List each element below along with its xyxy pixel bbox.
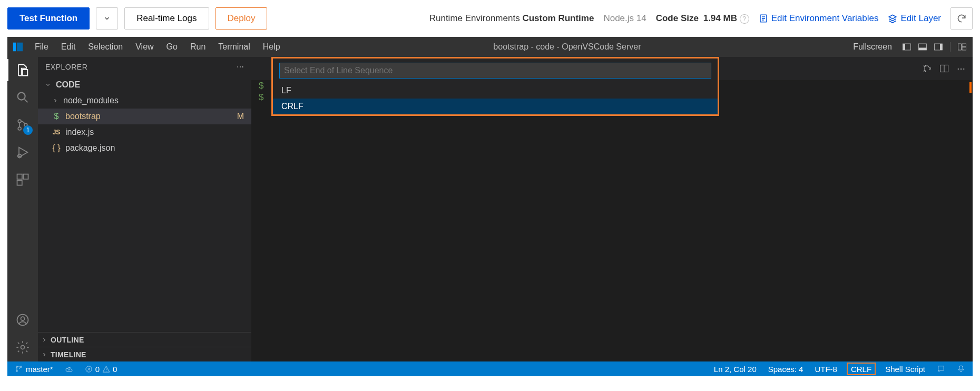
quick-input-eol: LF CRLF [271, 57, 719, 116]
status-language[interactable]: Shell Script [883, 361, 927, 376]
tree-root-label: CODE [56, 80, 80, 90]
outline-section[interactable]: OUTLINE [38, 332, 251, 347]
editor-area: ⋯ $ 1 #!/bin/bash $ 2 node /code/index.j… [251, 57, 973, 361]
runtime-env-value: Custom Runtime [522, 13, 594, 23]
svg-point-27 [16, 366, 18, 368]
eol-option-lf[interactable]: LF [273, 83, 718, 99]
tree-item-label: index.js [65, 128, 94, 137]
status-indent[interactable]: Spaces: 4 [766, 361, 806, 376]
chevron-down-icon [103, 15, 111, 22]
svg-point-23 [924, 65, 925, 66]
tree-file-index-js[interactable]: JS index.js [38, 124, 251, 140]
search-icon[interactable] [14, 89, 32, 106]
overview-ruler-marker [969, 82, 972, 93]
top-toolbar: Test Function Real-time Logs Deploy Runt… [0, 0, 980, 37]
tree-file-package-json[interactable]: { } package.json [38, 140, 251, 156]
note-icon [759, 14, 768, 23]
status-branch[interactable]: master* [13, 361, 55, 376]
menu-view[interactable]: View [129, 37, 160, 57]
scm-badge: 1 [23, 125, 33, 135]
svg-rect-18 [23, 174, 28, 179]
svg-point-24 [924, 70, 925, 72]
gutter-marker: $ [259, 92, 267, 103]
status-bar: master* 0 0 Ln 2, Col 20 Spaces: 4 UTF-8… [7, 361, 973, 376]
svg-point-28 [16, 370, 18, 372]
vscode-logo-icon [7, 37, 28, 57]
settings-gear-icon[interactable] [14, 338, 32, 356]
svg-point-14 [18, 127, 21, 130]
status-feedback-icon[interactable] [935, 361, 947, 376]
realtime-logs-button[interactable]: Real-time Logs [124, 7, 209, 30]
svg-point-22 [21, 346, 25, 349]
test-function-dropdown[interactable] [96, 7, 118, 30]
svg-point-13 [18, 120, 21, 123]
tree-root[interactable]: CODE [38, 77, 251, 93]
status-sync[interactable] [63, 361, 75, 376]
extensions-icon[interactable] [14, 171, 32, 189]
quick-input-field[interactable] [279, 63, 711, 79]
js-file-icon: JS [51, 129, 62, 136]
svg-rect-4 [903, 44, 906, 50]
tree-file-bootstrap[interactable]: $ bootstrap M [38, 109, 251, 124]
status-encoding[interactable]: UTF-8 [812, 361, 839, 376]
deploy-button[interactable]: Deploy [215, 7, 268, 30]
eol-option-crlf[interactable]: CRLF [273, 99, 718, 114]
cloud-sync-icon [65, 365, 73, 373]
json-file-icon: { } [51, 143, 62, 153]
editor-more-icon[interactable]: ⋯ [955, 62, 967, 75]
accounts-icon[interactable] [14, 311, 32, 329]
vscode-menubar: File Edit Selection View Go Run Terminal… [7, 37, 973, 57]
refresh-button[interactable] [950, 7, 973, 30]
chevron-down-icon [43, 82, 53, 88]
edit-layer-link[interactable]: Edit Layer [888, 13, 941, 24]
run-debug-icon[interactable] [14, 143, 32, 161]
menu-edit[interactable]: Edit [55, 37, 82, 57]
svg-point-21 [21, 317, 25, 320]
chevron-right-icon [41, 337, 47, 343]
menu-help[interactable]: Help [257, 37, 287, 57]
activity-bar: 1 [7, 57, 38, 361]
test-function-button[interactable]: Test Function [7, 7, 90, 30]
menu-file[interactable]: File [28, 37, 55, 57]
tree-item-label: node_modules [63, 96, 119, 105]
gutter-marker: $ [259, 81, 267, 91]
source-control-icon[interactable]: 1 [14, 116, 32, 134]
layout-sidebar-left-icon[interactable] [900, 41, 913, 53]
layout-panel-bottom-icon[interactable] [916, 41, 929, 53]
edit-env-vars-link[interactable]: Edit Environment Variables [759, 13, 879, 24]
status-cursor[interactable]: Ln 2, Col 20 [712, 361, 759, 376]
menu-go[interactable]: Go [160, 37, 184, 57]
svg-rect-10 [962, 44, 966, 46]
explorer-more-icon[interactable]: ⋯ [237, 63, 244, 71]
tree-folder-node-modules[interactable]: node_modules [38, 93, 251, 109]
runtime-env-label: Runtime Environments Custom Runtime [429, 13, 594, 24]
runtime-version: Node.js 14 [603, 13, 646, 24]
explorer-sidebar: EXPLORER ⋯ CODE node_modules $ bootstrap… [38, 57, 251, 361]
menu-terminal[interactable]: Terminal [212, 37, 256, 57]
status-eol[interactable]: CRLF [847, 363, 876, 375]
svg-rect-17 [17, 174, 22, 179]
status-bell-icon[interactable] [955, 361, 967, 376]
fullscreen-button[interactable]: Fullscreen [848, 37, 897, 57]
status-problems[interactable]: 0 0 [83, 361, 120, 376]
svg-rect-9 [958, 44, 962, 50]
svg-rect-11 [962, 47, 966, 50]
svg-rect-6 [919, 48, 927, 51]
split-editor-icon[interactable] [938, 62, 950, 75]
timeline-section[interactable]: TIMELINE [38, 347, 251, 361]
svg-rect-1 [13, 43, 16, 52]
menu-run[interactable]: Run [184, 37, 212, 57]
top-right-info: Runtime Environments Custom Runtime Node… [429, 7, 973, 30]
vscode-frame: File Edit Selection View Go Run Terminal… [7, 37, 973, 376]
menu-selection[interactable]: Selection [82, 37, 129, 57]
window-title: bootstrap - code - OpenVSCode Server [287, 42, 848, 52]
chevron-right-icon [51, 97, 60, 104]
svg-rect-8 [940, 44, 943, 50]
compare-changes-icon[interactable] [921, 62, 934, 75]
help-icon[interactable]: ? [740, 14, 749, 24]
customize-layout-icon[interactable] [956, 41, 968, 53]
explorer-title: EXPLORER [45, 63, 87, 71]
explorer-icon[interactable] [14, 61, 32, 79]
layout-sidebar-right-icon[interactable] [932, 41, 945, 53]
git-branch-icon [15, 365, 23, 373]
